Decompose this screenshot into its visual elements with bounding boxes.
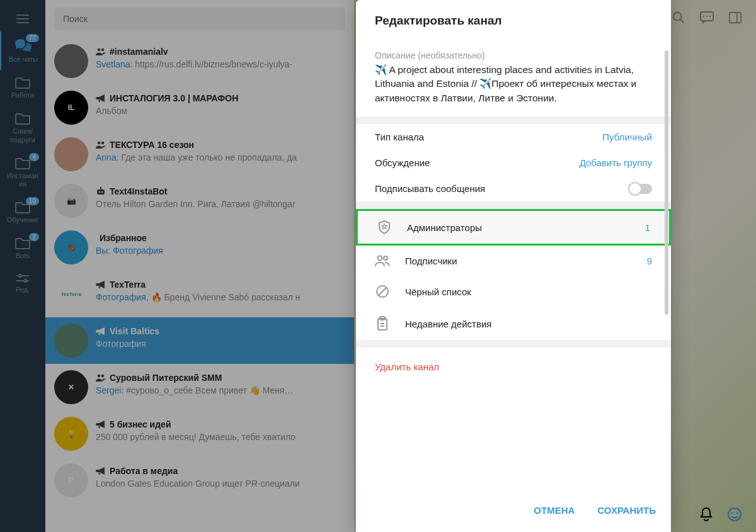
administrators-row[interactable]: Администраторы 1 (356, 209, 671, 246)
sign-messages-row[interactable]: Подписывать сообщения (356, 176, 671, 201)
discussion-row[interactable]: Обсуждение Добавить группу (356, 150, 671, 176)
administrators-label: Администраторы (407, 222, 482, 233)
description-label: Описание (необязательно) (375, 50, 652, 60)
channel-type-value: Публичный (602, 132, 652, 142)
recent-actions-label: Недавние действия (405, 319, 491, 329)
description-text[interactable]: ✈️ A project about interesting places an… (375, 63, 652, 105)
cancel-button[interactable]: ОТМЕНА (534, 505, 575, 516)
save-button[interactable]: СОХРАНИТЬ (597, 505, 656, 516)
modal-title: Редактировать канал (356, 0, 671, 42)
channel-type-row[interactable]: Тип канала Публичный (356, 124, 671, 150)
blacklist-label: Чёрный список (405, 286, 471, 297)
ban-icon (375, 285, 390, 298)
discussion-label: Обсуждение (375, 157, 430, 168)
edit-channel-modal: Редактировать канал Описание (необязател… (356, 0, 671, 532)
channel-type-label: Тип канала (375, 132, 424, 142)
svg-point-26 (384, 256, 387, 260)
shield-icon (377, 220, 392, 235)
svg-line-28 (379, 288, 386, 295)
sign-messages-toggle[interactable] (628, 184, 652, 194)
users-icon (375, 254, 390, 267)
svg-point-25 (378, 256, 382, 261)
clipboard-icon (375, 316, 390, 331)
sign-messages-label: Подписывать сообщения (375, 183, 485, 194)
delete-channel-button[interactable]: Удалить канал (356, 348, 671, 386)
administrators-count: 1 (645, 222, 650, 233)
subscribers-label: Подписчики (405, 256, 457, 266)
recent-actions-row[interactable]: Недавние действия (356, 307, 671, 340)
scrollbar-thumb[interactable] (665, 50, 668, 315)
blacklist-row[interactable]: Чёрный список (356, 276, 671, 307)
section-divider (356, 340, 671, 348)
subscribers-row[interactable]: Подписчики 9 (356, 246, 671, 276)
section-divider (356, 201, 671, 209)
subscribers-count: 9 (647, 256, 652, 266)
discussion-value: Добавить группу (580, 157, 652, 168)
